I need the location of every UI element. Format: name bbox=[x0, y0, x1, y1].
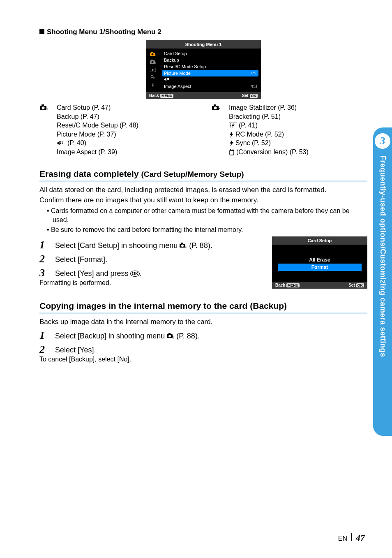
svg-rect-13 bbox=[167, 78, 168, 79]
menu-row: Image Aspect4:3 bbox=[162, 83, 258, 90]
chapter-title: Frequently-used options/Customizing came… bbox=[378, 155, 387, 357]
svg-point-38 bbox=[181, 245, 184, 247]
svg-point-28 bbox=[214, 107, 217, 109]
svg-point-10 bbox=[151, 75, 153, 78]
step-3: 3 Select [Yes] and press OK. bbox=[39, 268, 260, 278]
footer-lang: EN bbox=[338, 535, 347, 542]
svg-text:2: 2 bbox=[154, 62, 156, 64]
bullet-item: Cards formatted on a computer or other c… bbox=[47, 206, 367, 224]
svg-rect-15 bbox=[167, 79, 168, 80]
svg-rect-27 bbox=[214, 104, 216, 106]
backup-heading: Copying images in the internal memory to… bbox=[39, 301, 367, 314]
list-item: (Conversion lens) (P. 53) bbox=[229, 148, 309, 157]
dialog-back-label: Back bbox=[275, 283, 285, 287]
svg-rect-23 bbox=[62, 141, 63, 143]
page-footer: EN 47 bbox=[338, 533, 365, 543]
svg-text:1: 1 bbox=[46, 107, 48, 111]
menu-title: Shooting Menu 1 bbox=[146, 40, 261, 49]
record-quality-icon bbox=[164, 77, 172, 82]
svg-marker-32 bbox=[230, 131, 233, 138]
list-item: Bracketing (P. 51) bbox=[229, 112, 309, 121]
step-2: 2 Select [Yes]. bbox=[39, 344, 367, 355]
step-2: 2 Select [Format]. bbox=[39, 254, 260, 264]
body-text: Backs up image data in the internal memo… bbox=[39, 317, 367, 327]
menu-summary-columns: 1 Card Setup (P. 47) Backup (P. 47) Rese… bbox=[39, 103, 367, 157]
svg-point-2 bbox=[152, 53, 154, 56]
menu-pill-icon: MENU bbox=[286, 283, 300, 287]
menu-row: Card Setup bbox=[162, 50, 258, 57]
step-number: 3 bbox=[39, 268, 48, 278]
svg-point-19 bbox=[42, 107, 45, 109]
svg-marker-33 bbox=[230, 140, 233, 146]
body-text: All data stored on the card, including p… bbox=[39, 185, 367, 195]
body-text: Confirm there are no images that you sti… bbox=[39, 196, 367, 205]
record-quality-icon bbox=[57, 141, 66, 146]
step-sub: To cancel [Backup], select [No]. bbox=[39, 356, 367, 363]
step-1: 1 Select [Card Setup] in shooting menu 1… bbox=[39, 240, 260, 250]
play-icon bbox=[150, 67, 156, 74]
svg-rect-37 bbox=[181, 243, 183, 244]
flash-bracket-icon bbox=[229, 123, 237, 128]
svg-rect-1 bbox=[151, 52, 153, 53]
gears-icon bbox=[150, 75, 156, 81]
chapter-number: 3 bbox=[375, 133, 390, 149]
svg-marker-21 bbox=[57, 141, 60, 145]
dialog-title: Card Setup bbox=[272, 236, 367, 245]
svg-rect-24 bbox=[60, 143, 61, 144]
menu-row bbox=[162, 76, 258, 83]
conversion-lens-icon bbox=[229, 149, 235, 155]
wrench-icon bbox=[150, 83, 155, 89]
dialog-set-label: Set bbox=[348, 283, 355, 287]
chapter-side-tab: 3 Frequently-used options/Customizing ca… bbox=[373, 127, 392, 436]
flash-icon bbox=[229, 140, 234, 146]
bullet-item: Be sure to remove the card before format… bbox=[47, 225, 367, 234]
footer-set-label: Set bbox=[242, 93, 249, 98]
step-1: 1 Select [Backup] in shooting menu 1 (P.… bbox=[39, 330, 367, 341]
menu-row: Backup bbox=[162, 57, 258, 63]
dialog-option: All Erase bbox=[278, 256, 362, 264]
list-item: Picture Mode (P. 37) bbox=[57, 130, 138, 139]
camera2-icon: 2 bbox=[150, 59, 156, 66]
svg-rect-41 bbox=[168, 333, 171, 335]
step-number: 1 bbox=[39, 240, 48, 250]
menu-row: Reset/C Mode Setup bbox=[162, 63, 258, 70]
step-sub: Formatting is performed. bbox=[39, 279, 260, 287]
ok-pill-icon: OK bbox=[250, 94, 258, 98]
shooting-menu-1-panel: Shooting Menu 1 1 2 Card Setup Backup Re… bbox=[146, 40, 261, 99]
footer-back-label: Back bbox=[149, 93, 159, 98]
svg-rect-34 bbox=[230, 150, 234, 155]
list-item: Backup (P. 47) bbox=[57, 112, 138, 121]
menu-row-highlighted: Picture Mode bbox=[162, 70, 258, 76]
menu-footer: BackMENU SetOK bbox=[146, 92, 261, 99]
ok-button-icon: OK bbox=[130, 271, 140, 277]
step-number: 1 bbox=[39, 330, 48, 341]
svg-point-6 bbox=[152, 61, 154, 63]
list-item: Reset/C Mode Setup (P. 48) bbox=[57, 121, 138, 130]
list-item: Image Stabilizer (P. 36) bbox=[229, 103, 309, 112]
erasing-data-heading: Erasing data completely (Card Setup/Memo… bbox=[39, 169, 367, 182]
ok-pill-icon: OK bbox=[356, 283, 364, 287]
list-item: RC Mode (P. 52) bbox=[229, 130, 309, 139]
svg-rect-25 bbox=[62, 143, 63, 144]
svg-marker-9 bbox=[152, 69, 154, 71]
step-number: 2 bbox=[39, 344, 48, 355]
list-item: Image Aspect (P. 39) bbox=[57, 148, 138, 157]
camera1-icon: 1 bbox=[180, 241, 187, 250]
svg-text:1: 1 bbox=[154, 54, 156, 56]
section-title-text: Shooting Menu 1/Shooting Menu 2 bbox=[47, 28, 161, 36]
camera1-icon: 1 bbox=[39, 103, 48, 112]
menu-items: Card Setup Backup Reset/C Mode Setup Pic… bbox=[160, 49, 261, 92]
svg-point-11 bbox=[153, 77, 155, 79]
section-title: Shooting Menu 1/Shooting Menu 2 bbox=[39, 28, 367, 36]
list-item: (P. 40) bbox=[57, 139, 138, 148]
card-setup-dialog: Card Setup All Erase Format Back MENU Se… bbox=[272, 236, 367, 289]
camera1-icon: 1 bbox=[150, 51, 156, 58]
svg-rect-16 bbox=[168, 79, 169, 80]
svg-rect-5 bbox=[151, 60, 153, 61]
svg-rect-35 bbox=[231, 149, 233, 150]
footer-page-number: 47 bbox=[356, 533, 365, 543]
svg-rect-14 bbox=[168, 78, 169, 79]
natural-icon bbox=[249, 71, 257, 76]
camera2-icon: 2 bbox=[212, 103, 221, 112]
list-item: (P. 41) bbox=[229, 121, 309, 130]
